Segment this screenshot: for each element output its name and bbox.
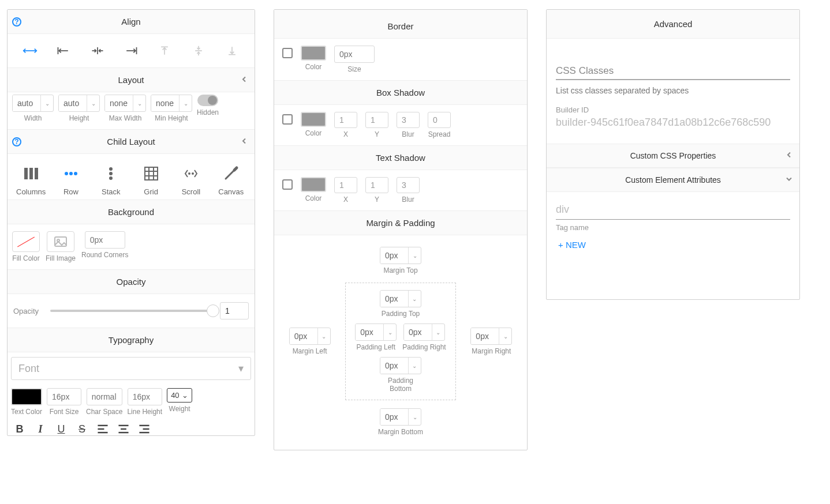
text-align-center-icon[interactable] — [117, 423, 130, 435]
opacity-input[interactable] — [220, 302, 249, 319]
border-color-swatch[interactable] — [301, 46, 326, 61]
padding-bottom-input[interactable]: ⌄ — [380, 357, 421, 374]
boxshadow-color-swatch[interactable] — [301, 112, 326, 127]
textshadow-checkbox[interactable] — [282, 179, 293, 190]
style-panel-2: Border Color Size Box Shadow Color X Y B… — [274, 9, 528, 450]
boxshadow-x-input[interactable] — [334, 112, 357, 128]
opacity-row: Opacity — [8, 294, 255, 328]
svg-rect-15 — [24, 168, 28, 179]
dropdown-icon[interactable]: ⌄ — [179, 95, 192, 111]
svg-rect-31 — [55, 237, 66, 246]
childlayout-scroll[interactable]: Scroll — [174, 166, 208, 196]
margin-bottom-input[interactable]: ⌄ — [380, 408, 421, 426]
tagname-label: Tag name — [556, 223, 790, 232]
childlayout-columns[interactable]: Columns — [14, 166, 48, 196]
advanced-header: Advanced — [547, 10, 799, 39]
align-left-icon[interactable] — [52, 42, 75, 59]
width-value[interactable] — [13, 95, 40, 111]
boxshadow-row: Color X Y Blur Spread — [274, 105, 527, 145]
help-icon[interactable]: ? — [12, 137, 21, 146]
padding-right-input[interactable]: ⌄ — [403, 324, 445, 341]
css-classes-label: CSS Classes — [556, 65, 790, 77]
font-placeholder: Font — [18, 363, 39, 375]
lineheight-input[interactable] — [128, 388, 162, 405]
text-align-right-icon[interactable] — [138, 423, 151, 435]
weight-select[interactable]: 40⌄ — [167, 388, 192, 403]
help-icon[interactable]: ? — [12, 17, 21, 27]
minheight-input[interactable]: ⌄ — [151, 95, 192, 112]
padding-left-input[interactable]: ⌄ — [355, 324, 397, 341]
hidden-label: Hidden — [197, 108, 219, 116]
boxshadow-spread-input[interactable] — [428, 112, 451, 128]
padding-top-input[interactable]: ⌄ — [380, 290, 421, 307]
align-center-horizontal-icon[interactable] — [86, 42, 109, 59]
textshadow-row: Color X Y Blur — [274, 170, 527, 210]
fillcolor-label: Fill Color — [12, 254, 39, 262]
roundcorners-input[interactable] — [85, 231, 125, 249]
boxshadow-blur-input[interactable] — [397, 112, 420, 128]
new-attribute-button[interactable]: + NEW — [556, 234, 790, 255]
svg-point-30 — [192, 173, 193, 174]
svg-point-21 — [109, 167, 113, 171]
font-select[interactable]: Font ▾ — [11, 357, 251, 380]
maxwidth-value[interactable] — [105, 95, 133, 111]
childlayout-section-header[interactable]: ? Child Layout — [8, 129, 255, 154]
childlayout-row[interactable]: Row — [54, 166, 88, 196]
minheight-value[interactable] — [151, 95, 179, 111]
textshadow-blur-input[interactable] — [397, 177, 420, 193]
margin-left-input[interactable]: ⌄ — [289, 328, 331, 345]
align-bottom-icon[interactable] — [220, 42, 244, 59]
textshadow-section-header: Text Shadow — [274, 145, 527, 170]
custom-attr-section[interactable]: Custom Element Attributes — [547, 168, 799, 192]
align-top-icon[interactable] — [153, 42, 176, 59]
chevron-down-icon — [786, 176, 792, 185]
align-right-icon[interactable] — [119, 42, 143, 59]
fillimage-swatch[interactable] — [47, 231, 74, 252]
minheight-label: Min Height — [155, 114, 188, 122]
childlayout-stack[interactable]: Stack — [94, 166, 128, 196]
textshadow-color-swatch[interactable] — [301, 177, 326, 192]
margin-top-input[interactable]: ⌄ — [380, 247, 421, 264]
border-size-input[interactable] — [334, 46, 375, 63]
childlayout-canvas[interactable]: Canvas — [214, 166, 248, 196]
childlayout-grid[interactable]: Grid — [134, 166, 169, 196]
height-value[interactable] — [59, 95, 87, 111]
strikethrough-button[interactable]: S — [76, 423, 88, 435]
opacity-slider[interactable] — [50, 310, 213, 312]
dropdown-icon[interactable]: ⌄ — [87, 95, 99, 111]
charspace-input[interactable] — [87, 388, 122, 405]
weight-label: Weight — [169, 405, 190, 413]
align-stretch-horizontal-icon[interactable] — [18, 42, 42, 59]
custom-css-section[interactable]: Custom CSS Properties — [547, 144, 799, 168]
boxshadow-checkbox[interactable] — [282, 114, 293, 125]
tagname-input[interactable]: div — [556, 201, 790, 220]
fillcolor-swatch[interactable] — [12, 231, 40, 252]
underline-button[interactable]: U — [55, 423, 68, 435]
svg-point-29 — [189, 173, 190, 174]
width-input[interactable]: ⌄ — [12, 95, 54, 112]
textshadow-y-input[interactable] — [365, 177, 388, 193]
maxwidth-input[interactable]: ⌄ — [104, 95, 146, 112]
textcolor-swatch[interactable] — [11, 388, 42, 405]
padding-box: ⌄ Padding Top ⌄ Padding Left ⌄ Padding R… — [345, 283, 455, 400]
bold-button[interactable]: B — [13, 423, 26, 435]
dropdown-icon[interactable]: ⌄ — [133, 95, 145, 111]
border-checkbox[interactable] — [282, 48, 293, 58]
boxshadow-y-input[interactable] — [365, 112, 388, 128]
builder-id-value: builder-945c61f0ea7847d1a08b12c6e768c590 — [556, 116, 790, 129]
svg-rect-17 — [35, 168, 38, 179]
css-classes-hint: List css classes separated by spaces — [556, 86, 790, 95]
style-panel-1: ? Align Layout ⌄ Width ⌄ Height — [7, 9, 255, 436]
margin-right-input[interactable]: ⌄ — [470, 328, 512, 345]
hidden-toggle[interactable] — [197, 95, 218, 106]
svg-point-23 — [109, 176, 113, 180]
dropdown-icon[interactable]: ⌄ — [40, 95, 53, 111]
svg-point-19 — [69, 172, 73, 175]
layout-section-header[interactable]: Layout — [8, 67, 255, 92]
fontsize-input[interactable] — [47, 388, 81, 405]
italic-button[interactable]: I — [34, 423, 47, 435]
textshadow-x-input[interactable] — [334, 177, 357, 193]
height-input[interactable]: ⌄ — [58, 95, 100, 112]
text-align-left-icon[interactable] — [96, 423, 109, 435]
align-middle-icon[interactable] — [187, 42, 210, 59]
